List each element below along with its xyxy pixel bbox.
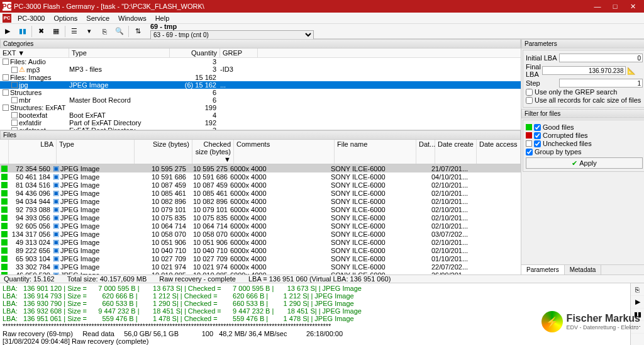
parameters-box: Initial LBA Final LBA📐 Step Use only the… xyxy=(523,50,644,108)
tool-copy-icon[interactable]: ⎘ xyxy=(97,25,111,38)
menu-options[interactable]: Options xyxy=(50,14,81,22)
right-tabs: Parameters Metadata xyxy=(521,264,644,274)
file-row[interactable]: 33 302 784▣JPEG Image10 021 97410 021 97… xyxy=(0,263,521,271)
cat-row[interactable]: bootexfatBoot ExFAT4 xyxy=(0,111,521,119)
tab-metadata[interactable]: Metadata xyxy=(565,265,602,274)
calc-icon[interactable]: 📐 xyxy=(627,67,643,75)
tool-grid-icon[interactable]: ▦ xyxy=(49,25,63,38)
files-columns[interactable]: LBA Type Size (bytes) Checked size (byte… xyxy=(0,140,521,164)
file-row[interactable]: 72 354 560▣JPEG Image10 595 27510 595 27… xyxy=(0,164,521,172)
apply-button[interactable]: ✔Apply xyxy=(526,157,643,169)
brand-logo: ⚡ Fischer Markus EDV - Datenrettung - El… xyxy=(541,311,640,332)
tool-dropdown-icon[interactable]: ▾ xyxy=(82,25,96,38)
maximize-button[interactable]: □ xyxy=(606,0,624,13)
file-row[interactable]: 92 605 056▣JPEG Image10 064 71410 064 71… xyxy=(0,222,521,230)
cat-row[interactable]: Files: Audio3 xyxy=(0,58,521,65)
file-row[interactable]: 81 034 516▣JPEG Image10 087 45910 087 45… xyxy=(0,181,521,189)
files-title: Files xyxy=(0,130,521,140)
use-all-check[interactable]: Use all records for calc size of files xyxy=(526,96,643,104)
menu-pc3000[interactable]: PC-3000 xyxy=(14,14,48,22)
files-list[interactable]: 72 354 560▣JPEG Image10 595 27510 595 27… xyxy=(0,164,521,274)
log-copy-icon[interactable]: ⎘ xyxy=(631,283,644,296)
cat-row[interactable]: Structures: ExFAT199 xyxy=(0,104,521,111)
use-grep-check[interactable]: Use only the GREP search xyxy=(526,88,643,96)
status-bar: Quantity: 15.162 Total size: 40.157,609 … xyxy=(0,275,644,283)
bolt-icon: ⚡ xyxy=(541,311,563,332)
minimize-button[interactable]: — xyxy=(589,0,606,13)
cat-row[interactable]: ⚠mp3MP3 - files3-ID3 xyxy=(0,65,521,74)
app-icon-small: PC xyxy=(3,14,11,23)
cat-row[interactable]: Files: Images15 162 xyxy=(0,74,521,81)
parameters-title: Parameters xyxy=(521,39,644,48)
titlebar: PC PC-3000 Flash - Germany - [task - "D:… xyxy=(0,0,644,13)
pause-button[interactable]: ▮▮ xyxy=(16,25,30,38)
file-row[interactable]: 49 313 024▣JPEG Image10 051 90610 051 90… xyxy=(0,238,521,246)
final-lba-input[interactable] xyxy=(542,66,626,75)
good-files-check[interactable] xyxy=(534,124,541,131)
path-select[interactable]: 63 - 69 - tmp (cnt 0) xyxy=(150,30,314,40)
menu-help[interactable]: Help xyxy=(152,14,174,22)
file-row[interactable]: 134 317 056▣JPEG Image10 058 07010 058 0… xyxy=(0,230,521,238)
file-row[interactable]: 94 034 944▣JPEG Image10 082 89610 082 89… xyxy=(0,197,521,205)
categories-title: Categories xyxy=(0,39,521,48)
file-row[interactable]: 94 393 056▣JPEG Image10 075 83510 075 83… xyxy=(0,213,521,222)
menu-windows[interactable]: Windows xyxy=(114,14,150,22)
log-play-icon[interactable]: ▶ xyxy=(631,296,644,308)
path-title: 69 - tmp xyxy=(150,23,644,30)
tool-list-icon[interactable]: ☰ xyxy=(67,25,81,38)
tab-parameters[interactable]: Parameters xyxy=(521,265,565,274)
tool-search-icon[interactable]: 🔍 xyxy=(113,25,126,38)
file-row[interactable]: 89 222 656▣JPEG Image10 040 71010 040 71… xyxy=(0,246,521,254)
group-types-check[interactable] xyxy=(526,149,533,156)
unchecked-files-check[interactable] xyxy=(534,140,541,147)
file-row[interactable]: 65 903 104▣JPEG Image10 027 70910 027 70… xyxy=(0,254,521,263)
filter-title: Filter for files xyxy=(521,109,644,118)
filter-box: Good files Corrupted files Unchecked fil… xyxy=(523,120,644,172)
initial-lba-input[interactable] xyxy=(559,54,643,62)
cat-row[interactable]: jpgJPEG Image(6) 15 162... xyxy=(0,81,521,89)
cat-row[interactable]: Structures6 xyxy=(0,89,521,96)
step-input[interactable] xyxy=(559,79,643,88)
file-row[interactable]: 92 793 088▣JPEG Image10 079 10110 079 10… xyxy=(0,205,521,213)
menu-service[interactable]: Service xyxy=(82,14,113,22)
tool-filter-icon[interactable]: ⇅ xyxy=(131,25,145,38)
tool-hammer-icon[interactable]: ✖ xyxy=(34,25,48,38)
log-output[interactable]: LBA: 136 901 120 | Size = 7 000 595 B | … xyxy=(0,283,630,345)
toolbar: ▶ ▮▮ ✖ ▦ ☰ ▾ ⎘ 🔍 ⇅ 69 - tmp 63 - 69 - tm… xyxy=(0,24,644,39)
play-button[interactable]: ▶ xyxy=(1,25,14,38)
corrupt-files-check[interactable] xyxy=(534,132,541,139)
cat-row[interactable]: exfatdirPart of ExFAT Directory192 xyxy=(0,119,521,127)
categories-tree[interactable]: EXT ▼ Type Quantity GREP Files: Audio3⚠m… xyxy=(0,48,521,130)
close-button[interactable]: ✕ xyxy=(624,0,641,13)
file-row[interactable]: 94 436 096▣JPEG Image10 085 46110 085 46… xyxy=(0,189,521,197)
app-icon: PC xyxy=(3,2,11,11)
window-title: PC-3000 Flash - Germany - [task - "D:\PC… xyxy=(14,3,589,10)
file-row[interactable]: 50 461 184▣JPEG Image10 591 68610 591 68… xyxy=(0,172,521,181)
cat-columns: EXT ▼ Type Quantity GREP xyxy=(0,48,521,58)
cat-row[interactable]: mbrMaster Boot Record6 xyxy=(0,96,521,104)
